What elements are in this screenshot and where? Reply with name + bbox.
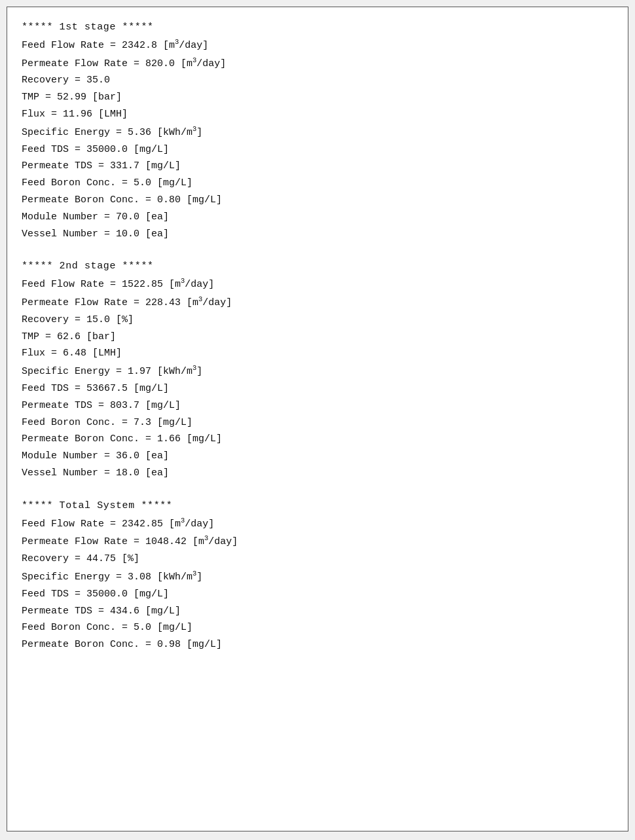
line-unit-post: ] xyxy=(196,572,202,583)
data-line: Feed TDS = 53667.5 [mg/L] xyxy=(22,380,613,397)
data-line: Permeate Flow Rate = 1048.42 [m3/day] xyxy=(22,532,613,551)
data-line: Flux = 11.96 [LMH] xyxy=(22,106,613,123)
data-line: Feed Boron Conc. = 7.3 [mg/L] xyxy=(22,414,613,431)
data-line: Permeate TDS = 434.6 [mg/L] xyxy=(22,603,613,620)
data-line: Vessel Number = 10.0 [ea] xyxy=(22,226,613,243)
line-label: Specific Energy = 1.97 [kWh/m xyxy=(22,366,192,377)
data-line: Module Number = 70.0 [ea] xyxy=(22,209,613,226)
data-line: Permeate Boron Conc. = 0.98 [mg/L] xyxy=(22,636,613,653)
data-line: Specific Energy = 1.97 [kWh/m3] xyxy=(22,362,613,380)
data-line: Feed Flow Rate = 2342.8 [m3/day] xyxy=(22,36,613,54)
report-container: ***** 1st stage ***** Feed Flow Rate = 2… xyxy=(7,7,628,831)
line-unit-post: ] xyxy=(196,366,202,377)
stage1-section: ***** 1st stage ***** Feed Flow Rate = 2… xyxy=(22,19,613,242)
line-label: Feed Flow Rate = 1522.85 [m xyxy=(22,279,181,290)
data-line: Permeate Flow Rate = 820.0 [m3/day] xyxy=(22,54,613,73)
data-line: Feed TDS = 35000.0 [mg/L] xyxy=(22,586,613,603)
line-unit-post: ] xyxy=(196,127,202,138)
data-line: Vessel Number = 18.0 [ea] xyxy=(22,465,613,482)
stage1-header: ***** 1st stage ***** xyxy=(22,19,613,36)
data-line: Permeate Flow Rate = 228.43 [m3/day] xyxy=(22,293,613,312)
data-line: Feed Flow Rate = 1522.85 [m3/day] xyxy=(22,275,613,293)
data-line: TMP = 52.99 [bar] xyxy=(22,89,613,106)
data-line: Permeate Boron Conc. = 1.66 [mg/L] xyxy=(22,431,613,448)
data-line: Feed Flow Rate = 2342.85 [m3/day] xyxy=(22,515,613,533)
data-line: Flux = 6.48 [LMH] xyxy=(22,345,613,362)
stage2-section: ***** 2nd stage ***** Feed Flow Rate = 1… xyxy=(22,258,613,481)
line-unit-post: /day] xyxy=(179,40,208,51)
data-line: Feed TDS = 35000.0 [mg/L] xyxy=(22,141,613,158)
data-line: Feed Boron Conc. = 5.0 [mg/L] xyxy=(22,619,613,636)
line-unit-post: /day] xyxy=(185,519,214,530)
line-unit-post: /day] xyxy=(208,536,238,547)
data-line: Specific Energy = 5.36 [kWh/m3] xyxy=(22,123,613,141)
line-label: Feed Flow Rate = 2342.85 [m xyxy=(22,519,181,530)
line-unit-post: /day] xyxy=(196,58,226,69)
line-label: Permeate Flow Rate = 228.43 [m xyxy=(22,297,198,308)
data-line: Recovery = 44.75 [%] xyxy=(22,551,613,568)
data-line: Recovery = 35.0 xyxy=(22,72,613,89)
data-line: Module Number = 36.0 [ea] xyxy=(22,448,613,465)
line-label: Permeate Flow Rate = 1048.42 [m xyxy=(22,536,204,547)
total-section: ***** Total System ***** Feed Flow Rate … xyxy=(22,498,613,653)
line-label: Specific Energy = 5.36 [kWh/m xyxy=(22,127,192,138)
stage2-header: ***** 2nd stage ***** xyxy=(22,258,613,275)
total-header: ***** Total System ***** xyxy=(22,498,613,515)
data-line: Specific Energy = 3.08 [kWh/m3] xyxy=(22,568,613,586)
data-line: Permeate TDS = 803.7 [mg/L] xyxy=(22,397,613,414)
data-line: Recovery = 15.0 [%] xyxy=(22,312,613,329)
data-line: Permeate TDS = 331.7 [mg/L] xyxy=(22,158,613,175)
line-unit-post: /day] xyxy=(185,279,214,290)
line-unit-post: /day] xyxy=(202,297,232,308)
line-label: Permeate Flow Rate = 820.0 [m xyxy=(22,58,192,69)
line-label: Specific Energy = 3.08 [kWh/m xyxy=(22,572,192,583)
data-line: TMP = 62.6 [bar] xyxy=(22,329,613,346)
data-line: Permeate Boron Conc. = 0.80 [mg/L] xyxy=(22,192,613,209)
data-line: Feed Boron Conc. = 5.0 [mg/L] xyxy=(22,175,613,192)
line-label: Feed Flow Rate = 2342.8 [m xyxy=(22,40,175,51)
